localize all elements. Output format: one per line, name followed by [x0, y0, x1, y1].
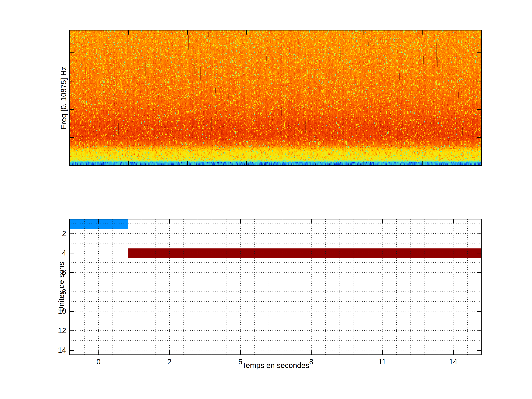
axis-tick — [453, 350, 454, 355]
axis-tick — [382, 219, 383, 223]
axis-tick — [305, 161, 305, 165]
spectrogram-plot — [69, 30, 482, 166]
y-tick-label: 8 — [42, 287, 66, 296]
axis-tick — [187, 31, 188, 35]
axis-tick — [70, 137, 74, 138]
axis-tick — [311, 219, 312, 223]
x-tick-label: 5 — [227, 357, 253, 366]
axis-tick — [70, 292, 74, 292]
axis-tick — [240, 350, 241, 355]
x-tick-label: 11 — [369, 357, 395, 366]
axis-tick — [423, 161, 423, 165]
y-tick-label: 10 — [42, 307, 66, 316]
axis-tick — [128, 161, 129, 165]
axis-tick — [169, 350, 170, 355]
y-tick-label: 6 — [42, 268, 66, 277]
axis-tick — [246, 31, 247, 35]
axis-tick — [98, 350, 99, 355]
axis-tick — [477, 52, 481, 53]
axis-tick — [70, 81, 74, 82]
axis-tick — [70, 52, 74, 53]
axis-tick — [477, 253, 481, 253]
spectrogram-canvas — [70, 31, 481, 165]
axis-tick — [169, 219, 170, 223]
axis-tick — [477, 137, 481, 138]
axis-tick — [364, 161, 364, 165]
grid-canvas — [70, 219, 481, 355]
axis-tick — [311, 350, 312, 355]
axis-tick — [305, 31, 305, 35]
x-tick-label: 0 — [86, 357, 111, 366]
axis-tick — [477, 109, 481, 110]
axis-tick — [246, 161, 247, 165]
axis-tick — [70, 253, 74, 253]
axis-tick — [477, 81, 481, 82]
y-tick-label: 4 — [42, 248, 66, 257]
freq-axis-label: Freq [0, 10875] Hz — [59, 66, 68, 129]
axis-tick — [382, 350, 383, 355]
axis-tick — [70, 272, 74, 273]
x-tick-label: 8 — [298, 357, 324, 366]
axis-tick — [477, 350, 481, 351]
axis-tick — [364, 31, 364, 35]
y-tick-label: 14 — [42, 346, 66, 355]
axis-tick — [70, 330, 74, 331]
axis-tick — [128, 31, 129, 35]
axis-tick — [70, 109, 74, 110]
axis-tick — [477, 272, 481, 273]
axis-tick — [70, 311, 74, 312]
axis-tick — [70, 350, 74, 351]
x-tick-label: 2 — [157, 357, 182, 366]
axis-tick — [477, 330, 481, 331]
axis-tick — [70, 234, 74, 234]
x-tick-label: 14 — [440, 357, 466, 366]
axis-tick — [187, 161, 188, 165]
axis-tick — [477, 234, 481, 234]
y-tick-label: 2 — [42, 229, 66, 238]
axis-tick — [477, 311, 481, 312]
axis-tick — [453, 219, 454, 223]
axis-tick — [477, 292, 481, 292]
axis-tick — [423, 31, 423, 35]
units-plot — [69, 219, 481, 355]
axis-tick — [240, 219, 241, 223]
axis-tick — [98, 219, 99, 223]
y-tick-label: 12 — [42, 326, 66, 335]
